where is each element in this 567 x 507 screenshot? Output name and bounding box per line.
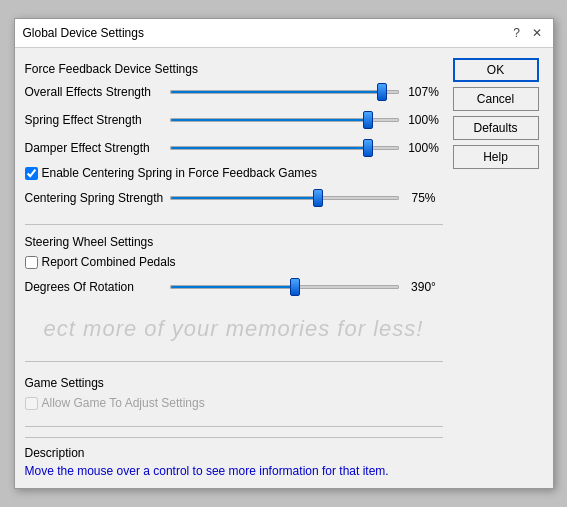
ok-button[interactable]: OK	[453, 58, 539, 82]
spring-effect-row: Spring Effect Strength 100%	[25, 110, 443, 130]
watermark-text: ect more of your memories for less!	[44, 316, 424, 342]
right-panel: OK Cancel Defaults Help	[453, 58, 543, 478]
overall-effects-label: Overall Effects Strength	[25, 85, 170, 99]
centering-spring-checkbox[interactable]	[25, 167, 38, 180]
combined-pedals-row: Report Combined Pedals	[25, 255, 443, 269]
cancel-button[interactable]: Cancel	[453, 87, 539, 111]
centering-spring-thumb[interactable]	[313, 189, 323, 207]
spring-effect-fill	[171, 119, 368, 121]
spring-effect-label: Spring Effect Strength	[25, 113, 170, 127]
degrees-rotation-slider-container[interactable]	[170, 277, 399, 297]
damper-effect-row: Damper Effect Strength 100%	[25, 138, 443, 158]
degrees-rotation-row: Degrees Of Rotation 390°	[25, 277, 443, 297]
title-bar-left: Global Device Settings	[23, 26, 144, 40]
allow-game-label: Allow Game To Adjust Settings	[42, 396, 205, 410]
steering-wheel-section: Steering Wheel Settings Report Combined …	[25, 231, 443, 305]
overall-effects-fill	[171, 91, 382, 93]
steering-wheel-header: Steering Wheel Settings	[25, 235, 443, 249]
overall-effects-value: 107%	[405, 85, 443, 99]
allow-game-row: Allow Game To Adjust Settings	[25, 396, 443, 410]
separator-1	[25, 224, 443, 225]
defaults-button[interactable]: Defaults	[453, 116, 539, 140]
close-title-button[interactable]: ✕	[529, 25, 545, 41]
dialog-title: Global Device Settings	[23, 26, 144, 40]
degrees-rotation-value: 390°	[405, 280, 443, 294]
separator-2	[25, 361, 443, 362]
help-title-button[interactable]: ?	[509, 25, 525, 41]
spring-effect-slider-container[interactable]	[170, 110, 399, 130]
damper-effect-thumb[interactable]	[363, 139, 373, 157]
title-bar: Global Device Settings ? ✕	[15, 19, 553, 48]
centering-spring-checkbox-row: Enable Centering Spring in Force Feedbac…	[25, 166, 443, 180]
force-feedback-header: Force Feedback Device Settings	[25, 62, 443, 76]
combined-pedals-label[interactable]: Report Combined Pedals	[42, 255, 176, 269]
left-panel: Force Feedback Device Settings Overall E…	[25, 58, 443, 478]
dialog: Global Device Settings ? ✕ Force Feedbac…	[14, 18, 554, 489]
description-section: Description Move the mouse over a contro…	[25, 437, 443, 478]
separator-3	[25, 426, 443, 427]
force-feedback-section: Force Feedback Device Settings Overall E…	[25, 58, 443, 216]
overall-effects-slider-container[interactable]	[170, 82, 399, 102]
centering-spring-checkbox-label[interactable]: Enable Centering Spring in Force Feedbac…	[42, 166, 317, 180]
degrees-rotation-track	[170, 285, 399, 289]
description-title: Description	[25, 446, 443, 460]
centering-spring-value: 75%	[405, 191, 443, 205]
damper-effect-slider-container[interactable]	[170, 138, 399, 158]
centering-spring-track	[170, 196, 399, 200]
overall-effects-track	[170, 90, 399, 94]
damper-effect-track	[170, 146, 399, 150]
degrees-rotation-label: Degrees Of Rotation	[25, 280, 170, 294]
damper-effect-value: 100%	[405, 141, 443, 155]
overall-effects-row: Overall Effects Strength 107%	[25, 82, 443, 102]
game-settings-header: Game Settings	[25, 376, 443, 390]
overall-effects-thumb[interactable]	[377, 83, 387, 101]
game-settings-section: Game Settings Allow Game To Adjust Setti…	[25, 372, 443, 418]
centering-spring-fill	[171, 197, 319, 199]
degrees-rotation-thumb[interactable]	[290, 278, 300, 296]
damper-effect-label: Damper Effect Strength	[25, 141, 170, 155]
spring-effect-thumb[interactable]	[363, 111, 373, 129]
degrees-rotation-fill	[171, 286, 296, 288]
title-bar-right: ? ✕	[509, 25, 545, 41]
spring-effect-value: 100%	[405, 113, 443, 127]
centering-spring-slider-container[interactable]	[170, 188, 399, 208]
combined-pedals-checkbox[interactable]	[25, 256, 38, 269]
watermark-area: ect more of your memories for less!	[25, 309, 443, 349]
dialog-body: Force Feedback Device Settings Overall E…	[15, 48, 553, 488]
centering-spring-label: Centering Spring Strength	[25, 191, 170, 205]
description-text: Move the mouse over a control to see mor…	[25, 464, 443, 478]
centering-spring-row: Centering Spring Strength 75%	[25, 188, 443, 208]
spring-effect-track	[170, 118, 399, 122]
help-button[interactable]: Help	[453, 145, 539, 169]
allow-game-checkbox[interactable]	[25, 397, 38, 410]
damper-effect-fill	[171, 147, 368, 149]
